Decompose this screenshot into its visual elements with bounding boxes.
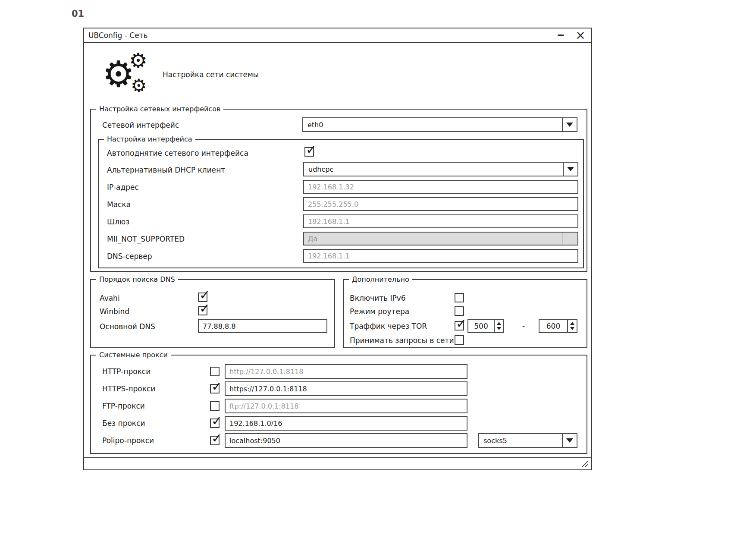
mii-field: Да: [303, 232, 578, 245]
resize-grip-icon[interactable]: [580, 460, 588, 468]
accept-requests-checkbox[interactable]: [455, 335, 464, 345]
ftp-proxy-input[interactable]: [225, 399, 467, 413]
mii-field-divider: [562, 233, 574, 245]
winbind-checkbox[interactable]: [198, 306, 207, 315]
titlebar: UBConfig - Сеть ×: [84, 28, 591, 43]
ubconfig-window: UBConfig - Сеть × ⚙ ⚙ ⚙ Настройка сети с…: [83, 28, 592, 470]
interface-settings-legend: Настройка интерфейса: [104, 135, 195, 143]
tor-traffic-label: Траффик через TOR: [350, 322, 427, 330]
mask-input[interactable]: [303, 197, 578, 211]
tor-port-to-value: 600: [540, 320, 567, 332]
spinner-arrows-icon[interactable]: [494, 320, 503, 332]
dhcp-client-label: Альтернативный DHCP клиент: [107, 166, 225, 174]
http-proxy-label: HTTP-прокси: [102, 368, 151, 376]
gateway-label: Шлюз: [107, 218, 129, 226]
gear-icon-small-bottom: ⚙: [131, 77, 147, 95]
tor-port-from-spinner[interactable]: 500: [467, 319, 504, 333]
ipv6-checkbox[interactable]: [455, 293, 464, 302]
additional-legend: Дополнительно: [349, 275, 412, 283]
close-button[interactable]: ×: [576, 30, 585, 41]
tor-range-separator: -: [518, 322, 529, 330]
avahi-label: Avahi: [100, 294, 120, 302]
interface-settings-group: Настройка интерфейса Автоподнятие сетево…: [98, 139, 584, 268]
network-group-legend: Настройка сетевых интерфейсов: [96, 105, 223, 113]
mask-label: Маска: [107, 201, 131, 209]
ip-label: IP-адрес: [107, 183, 139, 192]
gear-icon-small-top: ⚙: [129, 50, 147, 71]
mii-label: MII_NOT_SUPPORTED: [107, 235, 185, 243]
interface-label: Сетевой интерфейс: [102, 121, 179, 129]
ftp-proxy-label: FTP-прокси: [102, 402, 145, 410]
http-proxy-input[interactable]: [225, 364, 467, 379]
interface-select[interactable]: eth0: [302, 117, 577, 132]
ftp-proxy-checkbox[interactable]: [210, 401, 220, 411]
ip-input[interactable]: [303, 180, 578, 194]
dhcp-client-select[interactable]: udhcpc: [303, 162, 578, 176]
auto-up-checkbox[interactable]: [304, 147, 314, 157]
dns-server-label: DNS-сервер: [107, 252, 152, 261]
dns-order-legend: Порядок поиска DNS: [96, 275, 178, 283]
close-icon: ×: [575, 29, 585, 41]
https-proxy-label: HTTPS-прокси: [102, 385, 155, 393]
no-proxy-input[interactable]: [225, 416, 467, 431]
chevron-down-icon[interactable]: [562, 434, 577, 447]
status-bar: [84, 457, 591, 469]
figure-label: 01: [72, 9, 84, 19]
no-proxy-label: Без прокси: [102, 419, 145, 428]
https-proxy-input[interactable]: [225, 381, 467, 396]
additional-group: Дополнительно Включить IPv6 Режим роутер…: [343, 279, 587, 348]
window-title: UBConfig - Сеть: [88, 31, 556, 40]
primary-dns-label: Основной DNS: [100, 323, 155, 331]
polipo-protocol-value: socks5: [479, 434, 562, 447]
tor-port-to-spinner[interactable]: 600: [539, 319, 577, 333]
dhcp-client-select-value: udhcpc: [304, 163, 563, 176]
router-mode-label: Режим роутера: [350, 308, 409, 316]
https-proxy-checkbox[interactable]: [210, 384, 220, 393]
accept-requests-label: Принимать запросы в сети: [350, 337, 454, 345]
page-title: Настройка сети системы: [163, 70, 259, 79]
tor-traffic-checkbox[interactable]: [455, 321, 464, 330]
network-interfaces-group: Настройка сетевых интерфейсов Сетевой ин…: [90, 109, 587, 272]
gateway-input[interactable]: [303, 214, 578, 228]
polipo-proxy-label: Polipo-прокси: [102, 437, 154, 445]
dns-server-input[interactable]: [303, 249, 578, 263]
spinner-arrows-icon[interactable]: [567, 320, 577, 332]
ipv6-label: Включить IPv6: [350, 294, 406, 302]
auto-up-label: Автоподнятие сетевого интерфейса: [107, 149, 248, 157]
chevron-down-icon[interactable]: [562, 118, 577, 131]
interface-select-value: eth0: [303, 118, 562, 131]
router-mode-checkbox[interactable]: [455, 306, 464, 316]
mii-value: Да: [308, 235, 317, 243]
minimize-button[interactable]: [556, 30, 565, 41]
polipo-protocol-select[interactable]: socks5: [478, 433, 577, 448]
chevron-down-icon[interactable]: [563, 163, 577, 176]
polipo-proxy-checkbox[interactable]: [210, 436, 220, 445]
http-proxy-checkbox[interactable]: [210, 367, 220, 376]
system-proxies-legend: Системные прокси: [96, 351, 171, 359]
primary-dns-input[interactable]: [198, 319, 327, 333]
no-proxy-checkbox[interactable]: [210, 419, 220, 428]
gears-icon: ⚙ ⚙ ⚙: [102, 51, 154, 99]
tor-port-from-value: 500: [468, 320, 494, 332]
dns-order-group: Порядок поиска DNS Avahi Winbind Основно…: [90, 279, 335, 348]
polipo-proxy-input[interactable]: [225, 433, 467, 448]
winbind-label: Winbind: [100, 308, 129, 316]
system-proxies-group: Системные прокси HTTP-прокси HTTPS-прокс…: [90, 355, 587, 454]
minimize-icon: [558, 35, 564, 36]
